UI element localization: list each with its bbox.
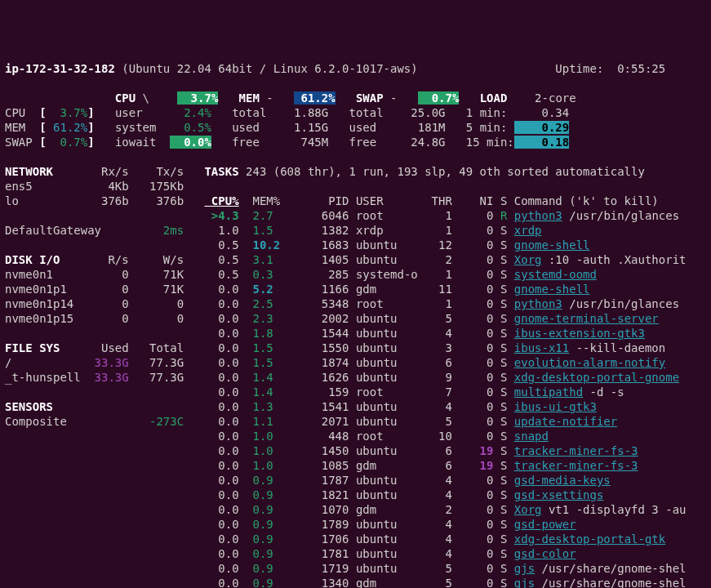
terminal-output: ip-172-31-32-182 (Ubuntu 22.04 64bit / L…: [0, 59, 711, 588]
